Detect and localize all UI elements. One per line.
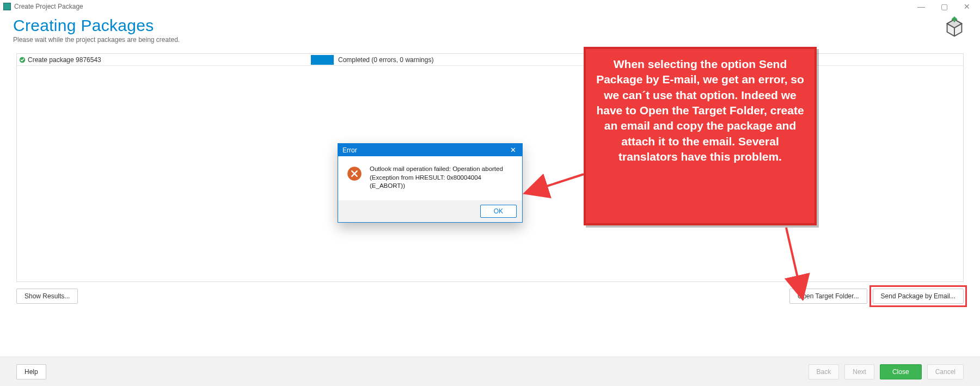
page-title: Creating Packages (13, 16, 180, 35)
help-button[interactable]: Help (16, 364, 46, 379)
dialog-ok-button[interactable]: OK (480, 205, 517, 218)
minimize-button[interactable]: — (916, 2, 927, 11)
cancel-button: Cancel (927, 364, 964, 379)
app-icon (3, 3, 11, 10)
show-results-button[interactable]: Show Results... (16, 289, 78, 304)
dialog-message: Outlook mail operation failed: Operation… (370, 165, 514, 191)
package-icon (942, 16, 967, 41)
error-dialog: Error ✕ Outlook mail operation failed: O… (338, 143, 523, 223)
task-name: Create package 9876543 (28, 56, 101, 64)
annotation-callout: When selecting the option Send Package b… (584, 47, 817, 225)
dialog-title: Error (342, 146, 357, 154)
page-subtitle: Please wait while the project packages a… (13, 36, 180, 44)
close-button[interactable]: Close (880, 364, 922, 379)
send-package-by-email-button[interactable]: Send Package by Email... (873, 289, 964, 304)
page-header: Creating Packages Please wait while the … (0, 13, 980, 49)
open-target-folder-button[interactable]: Open Target Folder... (789, 289, 867, 304)
annotation-text: When selecting the option Send Package b… (591, 57, 809, 164)
actions-row: Show Results... Open Target Folder... Se… (0, 282, 980, 304)
wizard-footer: Help Back Next Close Cancel (0, 357, 980, 386)
next-button: Next (844, 364, 874, 379)
window-controls: — ▢ ✕ (916, 2, 977, 11)
error-icon (346, 165, 363, 182)
back-button: Back (808, 364, 840, 379)
progress-bar (311, 55, 334, 65)
dialog-titlebar[interactable]: Error ✕ (338, 144, 522, 156)
window-titlebar: Create Project Package — ▢ ✕ (0, 0, 980, 13)
success-icon (19, 57, 26, 63)
close-window-button[interactable]: ✕ (961, 2, 972, 11)
dialog-close-icon[interactable]: ✕ (508, 146, 518, 154)
task-row: Create package 9876543 Completed (0 erro… (17, 54, 963, 66)
window-title: Create Project Package (14, 3, 83, 10)
maximize-button[interactable]: ▢ (939, 2, 950, 11)
task-status: Completed (0 errors, 0 warnings) (334, 56, 433, 64)
